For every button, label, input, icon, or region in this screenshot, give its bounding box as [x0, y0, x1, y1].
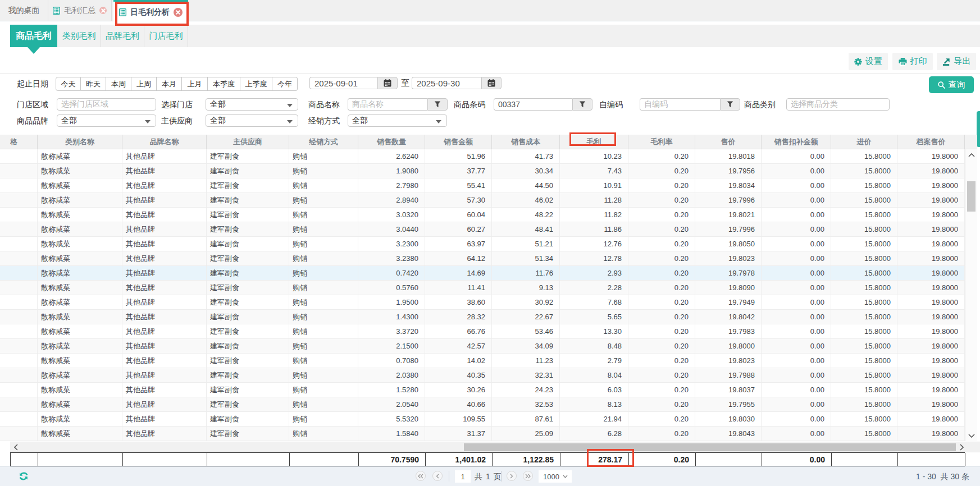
tab-my-desktop[interactable]: 我的桌面 [0, 0, 48, 21]
table-cell: 散称咸菜 [38, 354, 122, 368]
table-cell: 19.8034 [695, 178, 762, 192]
table-row[interactable]: 散称咸菜其他品牌建军副食购销2.894057.3046.0211.280.201… [0, 193, 965, 208]
table-cell: 40.66 [425, 397, 492, 411]
scroll-down-icon[interactable] [965, 431, 977, 440]
table-cell: 其他品牌 [122, 412, 207, 426]
quick-range-button[interactable]: 上周 [131, 77, 157, 91]
product-name-filter-button[interactable] [427, 98, 448, 111]
scroll-right-icon[interactable] [957, 443, 966, 451]
close-icon[interactable] [99, 7, 107, 14]
prev-page-button[interactable] [432, 471, 443, 481]
settings-button[interactable]: 设置 [849, 53, 888, 70]
table-row[interactable]: 散称咸菜其他品牌建军副食购销0.576011.419.132.280.2019.… [0, 281, 965, 295]
page-number-input[interactable]: 1 [455, 470, 471, 483]
date-to-calendar-button[interactable] [481, 77, 502, 89]
table-row[interactable]: 散称咸菜其他品牌建军副食购销1.528030.2624.236.030.2019… [0, 383, 965, 397]
table-row[interactable]: 散称咸菜其他品牌建军副食购销1.430028.3222.675.650.2019… [0, 310, 965, 324]
table-cell: 散称咸菜 [38, 368, 122, 382]
quick-range-button[interactable]: 今天 [56, 77, 81, 91]
close-icon[interactable] [174, 8, 183, 17]
tab-daily-profit-analysis[interactable]: 日毛利分析 [113, 0, 188, 24]
table-row[interactable]: 散称咸菜其他品牌建军副食购销2.624051.9641.7310.230.201… [0, 149, 965, 164]
table-row[interactable]: 散称咸菜其他品牌建军副食购销2.054040.6632.538.130.2019… [0, 397, 965, 412]
column-header[interactable]: 品牌名称 [122, 135, 207, 149]
column-header[interactable]: 销售金额 [425, 135, 492, 149]
vertical-scrollbar-thumb[interactable] [967, 181, 976, 212]
column-header[interactable]: 类别名称 [38, 135, 122, 149]
table-cell: 19.8030 [695, 412, 762, 426]
subtab-category-profit[interactable]: 类别毛利 [57, 25, 101, 47]
supplier-select-value: 全部 [210, 116, 226, 126]
last-page-button[interactable] [523, 471, 533, 481]
table-row[interactable]: 散称咸菜其他品牌建军副食购销3.238064.1251.3412.780.201… [0, 251, 965, 266]
table-cell: 6.28 [560, 427, 628, 441]
table-cell: 19.7949 [695, 295, 762, 309]
date-from-input[interactable]: 2025-09-01 [309, 77, 377, 89]
brand-select[interactable]: 全部 [57, 114, 156, 127]
date-from-calendar-button[interactable] [377, 77, 398, 89]
table-cell: 建军副食 [207, 383, 289, 397]
quick-range-button[interactable]: 本周 [106, 77, 131, 91]
export-button[interactable]: 导出 [937, 53, 976, 70]
scroll-left-icon[interactable] [11, 443, 20, 451]
product-name-input[interactable]: 商品名称 [348, 98, 427, 111]
table-row[interactable]: 散称咸菜其他品牌建军副食购销3.032060.0448.2211.820.201… [0, 208, 965, 222]
quick-range-button[interactable]: 本月 [157, 77, 182, 91]
column-header[interactable]: 格 [0, 135, 38, 149]
table-row[interactable]: 散称咸菜其他品牌建军副食购销2.798055.4144.5010.910.201… [0, 178, 965, 193]
column-header[interactable]: 销售扣补金额 [762, 135, 831, 149]
report-doc-icon [53, 7, 60, 15]
table-row[interactable]: 散称咸菜其他品牌建军副食购销1.908037.7730.347.430.2019… [0, 164, 965, 178]
table-row[interactable]: 散称咸菜其他品牌建军副食购销1.950038.6030.927.680.2019… [0, 295, 965, 310]
refresh-button[interactable] [19, 471, 29, 481]
first-page-button[interactable] [416, 471, 426, 481]
table-row[interactable]: 散称咸菜其他品牌建军副食购销3.230063.9751.2112.760.201… [0, 237, 965, 251]
distribution-select[interactable]: 全部 [348, 114, 447, 127]
store-region-input[interactable]: 选择门店区域 [57, 98, 156, 111]
column-header[interactable]: 进价 [831, 135, 897, 149]
page-size-select[interactable]: 1000 [539, 470, 572, 483]
vertical-scrollbar[interactable] [965, 149, 977, 441]
quick-range-button[interactable]: 今年 [272, 77, 298, 91]
tab-profit-summary[interactable]: 毛利汇总 [48, 0, 111, 21]
table-row[interactable]: 散称咸菜其他品牌建军副食购销5.5320109.5587.6121.940.20… [0, 412, 965, 427]
print-button[interactable]: 打印 [892, 53, 933, 70]
column-header[interactable]: 主供应商 [207, 135, 289, 149]
table-row[interactable]: 散称咸菜其他品牌建军副食购销2.150042.5734.098.480.2019… [0, 339, 965, 354]
horizontal-scrollbar-thumb[interactable] [464, 443, 956, 451]
horizontal-scrollbar[interactable] [10, 442, 980, 452]
column-header[interactable]: 售价 [695, 135, 762, 149]
barcode-filter-button[interactable] [572, 98, 592, 111]
subtab-brand-profit[interactable]: 品牌毛利 [101, 25, 144, 47]
scroll-up-icon[interactable] [965, 150, 977, 159]
table-row[interactable]: 散称咸菜其他品牌建军副食购销3.044060.2748.4111.860.201… [0, 222, 965, 237]
self-code-input[interactable]: 自编码 [640, 98, 720, 111]
column-header[interactable]: 毛利 [560, 135, 628, 149]
subtab-product-profit[interactable]: 商品毛利 [10, 25, 57, 47]
column-header[interactable]: 毛利率 [628, 135, 695, 149]
table-row[interactable]: 散称咸菜其他品牌建军副食购销2.038040.3532.318.040.2019… [0, 368, 965, 383]
quick-range-button[interactable]: 上季度 [240, 77, 272, 91]
column-header[interactable]: 销售数量 [358, 135, 425, 149]
self-code-filter-button[interactable] [720, 98, 740, 111]
table-row[interactable]: 散称咸菜其他品牌建军副食购销3.372066.7653.4613.300.201… [0, 324, 965, 339]
category-input[interactable]: 选择商品分类 [786, 98, 890, 111]
column-header[interactable]: 销售成本 [492, 135, 560, 149]
table-row[interactable]: 散称咸菜其他品牌建军副食购销1.584031.3725.096.280.2019… [0, 427, 965, 441]
column-header[interactable]: 档案售价 [897, 135, 965, 149]
quick-range-button[interactable]: 上月 [182, 77, 208, 91]
table-row[interactable]: 散称咸菜其他品牌建军副食购销0.708014.0211.232.790.2019… [0, 354, 965, 368]
barcode-input[interactable]: 00337 [494, 98, 572, 111]
totals-cell [290, 453, 359, 466]
next-page-button[interactable] [507, 471, 517, 481]
report-doc-icon [119, 8, 126, 16]
supplier-select[interactable]: 全部 [206, 114, 298, 127]
column-header[interactable]: 经销方式 [289, 135, 358, 149]
table-row[interactable]: 散称咸菜其他品牌建军副食购销0.742014.6911.762.930.2019… [0, 266, 965, 281]
store-select[interactable]: 全部 [206, 98, 298, 111]
date-to-input[interactable]: 2025-09-30 [412, 77, 481, 89]
subtab-store-profit[interactable]: 门店毛利 [144, 25, 188, 47]
quick-range-button[interactable]: 本季度 [208, 77, 240, 91]
query-button[interactable]: 查询 [929, 76, 974, 93]
quick-range-button[interactable]: 昨天 [81, 77, 106, 91]
